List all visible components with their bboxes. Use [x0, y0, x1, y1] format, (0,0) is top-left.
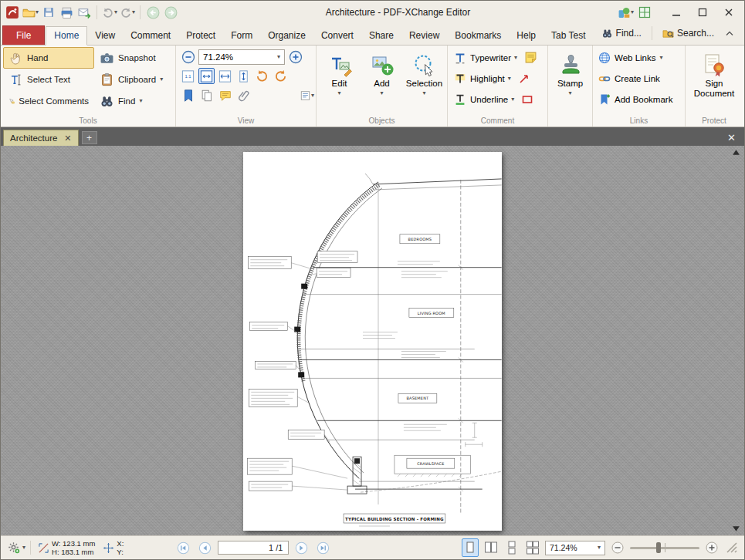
- menu-tab-organize[interactable]: Organize: [260, 27, 313, 45]
- menu-tab-home[interactable]: Home: [46, 26, 87, 46]
- dropdown-caret-icon: ▾: [311, 93, 314, 99]
- zoom-in-slider-button[interactable]: [706, 541, 718, 554]
- find-button[interactable]: Find...: [598, 26, 645, 41]
- select-comments-button[interactable]: Select Comments: [3, 90, 94, 112]
- create-link-button[interactable]: Create Link: [595, 68, 663, 89]
- next-page-button[interactable]: [295, 541, 308, 555]
- select-comments-label: Select Comments: [19, 96, 89, 106]
- plugins-icon[interactable]: ▾: [617, 3, 635, 22]
- previous-page-button[interactable]: [198, 541, 212, 555]
- document-tab-architecture[interactable]: Architecture ✕: [3, 130, 79, 146]
- redo-button[interactable]: ▾: [119, 3, 136, 22]
- add-objects-button[interactable]: Add ▾: [362, 47, 402, 112]
- facing-pages-view-button[interactable]: [483, 538, 499, 557]
- menu-tab-share[interactable]: Share: [361, 27, 401, 45]
- forward-button[interactable]: [162, 3, 179, 22]
- fit-page-icon: [236, 69, 251, 84]
- sign-document-button[interactable]: Sign Document: [689, 47, 739, 112]
- dropdown-caret-icon: ▾: [277, 54, 280, 60]
- stamp-button[interactable]: Stamp ▾: [550, 47, 590, 112]
- arrow-tool-button[interactable]: [516, 70, 533, 87]
- undo-button[interactable]: ▾: [101, 3, 118, 22]
- facing-continuous-view-button[interactable]: [524, 538, 541, 557]
- collapse-ribbon-button[interactable]: [721, 24, 738, 42]
- snapshot-label: Snapshot: [118, 53, 156, 62]
- menu-tab-view[interactable]: View: [87, 27, 123, 45]
- fit-page-button[interactable]: [235, 68, 252, 84]
- scroll-up-icon[interactable]: [731, 148, 740, 156]
- continuous-view-button[interactable]: [503, 538, 520, 557]
- attachments-panel-button[interactable]: [235, 87, 252, 103]
- typewriter-button[interactable]: Typewriter▾: [450, 48, 520, 68]
- open-file-button[interactable]: ▾: [22, 3, 39, 22]
- find-tool-button[interactable]: Find▾: [94, 90, 168, 112]
- fit-visible-button[interactable]: [198, 68, 215, 84]
- cursor-y-label: Y:: [117, 548, 124, 556]
- arrow-tool-icon: [518, 73, 530, 85]
- edit-objects-button[interactable]: Edit ▾: [320, 47, 360, 112]
- menu-tab-review[interactable]: Review: [401, 27, 447, 45]
- back-button[interactable]: [144, 3, 161, 22]
- save-button[interactable]: [40, 3, 57, 22]
- maximize-button[interactable]: [690, 2, 715, 22]
- zoom-slider[interactable]: [630, 542, 699, 553]
- settings-gear-icon[interactable]: [8, 541, 20, 554]
- minimize-button[interactable]: [664, 2, 689, 22]
- actual-size-button[interactable]: 1:1: [180, 68, 196, 84]
- menu-tab-protect[interactable]: Protect: [178, 27, 223, 45]
- fit-width-button[interactable]: [217, 68, 233, 84]
- zoom-slider-thumb[interactable]: [656, 542, 661, 553]
- menu-tab-bookmarks[interactable]: Bookmarks: [447, 27, 509, 45]
- selection-button[interactable]: Selection ▾: [405, 47, 445, 112]
- hand-tool-button[interactable]: Hand: [3, 47, 94, 69]
- rotate-cw-button[interactable]: [273, 68, 289, 84]
- comments-panel-button[interactable]: [217, 87, 233, 103]
- pages-panel-button[interactable]: [198, 87, 215, 103]
- zoom-select[interactable]: 71.24%▾: [545, 541, 605, 555]
- email-button[interactable]: [76, 3, 93, 22]
- zoom-combobox[interactable]: 71.24%▾: [198, 49, 285, 65]
- hand-icon: [8, 51, 23, 66]
- new-tab-button[interactable]: +: [82, 131, 97, 144]
- separator: [652, 26, 652, 40]
- menu-tab-comment[interactable]: Comment: [123, 27, 178, 45]
- panes-menu-button[interactable]: ▾: [299, 87, 315, 103]
- clipboard-button[interactable]: Clipboard▾: [94, 69, 168, 90]
- first-page-button[interactable]: [177, 541, 190, 555]
- close-document-icon[interactable]: ✕: [721, 132, 742, 146]
- web-links-button[interactable]: Web Links▾: [595, 47, 666, 68]
- grid-icon[interactable]: [636, 3, 653, 22]
- zoom-out-button[interactable]: [180, 49, 196, 65]
- bookmarks-panel-button[interactable]: [180, 87, 196, 103]
- rectangle-tool-button[interactable]: [519, 91, 536, 108]
- rotate-ccw-button[interactable]: [254, 68, 270, 84]
- clipboard-icon: [100, 73, 114, 87]
- menu-tab-form[interactable]: Form: [223, 27, 260, 45]
- menu-tab-tab-test[interactable]: Tab Test: [544, 27, 593, 45]
- paperclip-icon: [237, 89, 251, 103]
- resize-grip[interactable]: [726, 542, 737, 553]
- menu-tab-help[interactable]: Help: [509, 27, 544, 45]
- page-number-input[interactable]: 1 /1: [218, 541, 289, 555]
- titlebar-right: ▾: [617, 2, 741, 22]
- scroll-down-icon[interactable]: [731, 525, 740, 532]
- add-bookmark-button[interactable]: Add Bookmark: [595, 89, 676, 110]
- print-button[interactable]: [58, 3, 75, 22]
- last-page-button[interactable]: [317, 541, 330, 555]
- tab-close-icon[interactable]: ✕: [64, 133, 71, 143]
- highlight-button[interactable]: Highlight▾: [450, 69, 514, 89]
- close-button[interactable]: [716, 2, 741, 22]
- menu-tab-file[interactable]: File: [2, 25, 45, 45]
- dropdown-caret-icon: ▾: [659, 55, 662, 61]
- sticky-note-button[interactable]: [522, 49, 539, 66]
- menu-tab-convert[interactable]: Convert: [313, 27, 361, 45]
- single-page-view-button[interactable]: [462, 538, 479, 557]
- document-area[interactable]: BEDROOMS LIVING ROOM BASEMENT CRAWLSPACE…: [1, 146, 744, 535]
- dropdown-caret-icon: ▾: [631, 9, 634, 15]
- zoom-out-slider-button[interactable]: [611, 541, 624, 554]
- search-button[interactable]: Search...: [659, 26, 718, 41]
- underline-button[interactable]: Underline▾: [450, 89, 517, 110]
- snapshot-button[interactable]: Snapshot: [94, 47, 168, 69]
- zoom-in-button[interactable]: [287, 49, 303, 65]
- select-text-button[interactable]: Select Text: [3, 69, 94, 90]
